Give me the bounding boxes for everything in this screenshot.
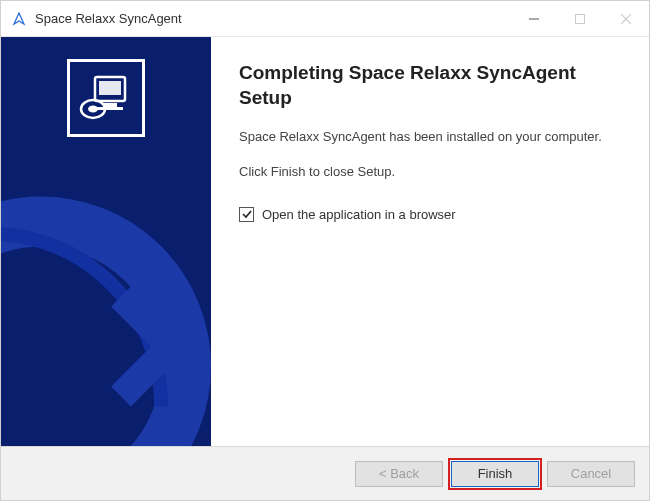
page-heading: Completing Space Relaxx SyncAgent Setup	[239, 61, 621, 110]
maximize-button	[557, 1, 603, 36]
window-controls	[511, 1, 649, 36]
open-browser-label: Open the application in a browser	[262, 207, 456, 222]
back-button: < Back	[355, 461, 443, 487]
app-icon	[11, 11, 27, 27]
content-area: Completing Space Relaxx SyncAgent Setup …	[1, 37, 649, 446]
close-button	[603, 1, 649, 36]
footer-bar: < Back Finish Cancel	[1, 446, 649, 500]
svg-rect-9	[97, 107, 123, 110]
open-browser-checkbox-row[interactable]: Open the application in a browser	[239, 207, 621, 222]
minimize-button[interactable]	[511, 1, 557, 36]
body-text-1: Space Relaxx SyncAgent has been installe…	[239, 128, 621, 146]
open-browser-checkbox[interactable]	[239, 207, 254, 222]
installer-logo-icon	[67, 59, 145, 137]
finish-button[interactable]: Finish	[451, 461, 539, 487]
titlebar: Space Relaxx SyncAgent	[1, 1, 649, 37]
svg-rect-1	[576, 14, 585, 23]
main-panel: Completing Space Relaxx SyncAgent Setup …	[211, 37, 649, 446]
installer-window: Space Relaxx SyncAgent	[0, 0, 650, 501]
svg-point-11	[88, 106, 98, 113]
checkmark-icon	[241, 208, 253, 220]
window-title: Space Relaxx SyncAgent	[35, 11, 182, 26]
body-text-2: Click Finish to close Setup.	[239, 163, 621, 181]
svg-rect-7	[99, 81, 121, 95]
sidebar-banner	[1, 37, 211, 446]
cancel-button: Cancel	[547, 461, 635, 487]
